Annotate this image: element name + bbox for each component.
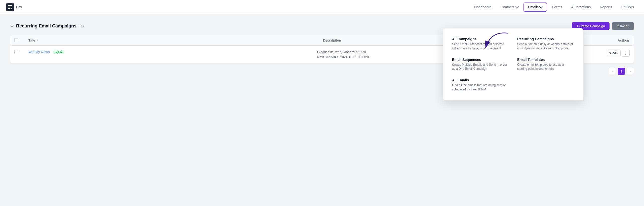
page-1-button[interactable]: 1 [618, 68, 625, 75]
prev-page-button[interactable]: ‹ [609, 68, 616, 75]
row-checkbox-cell [14, 50, 24, 54]
all-campaigns-desc: Send Email Broadcast to your selected su… [452, 42, 509, 51]
top-nav: Pro Dashboard Contacts Emails Forms Auto… [0, 0, 644, 14]
more-options-button[interactable]: ⋮ [622, 50, 630, 57]
dropdown-email-sequences[interactable]: Email Sequences Create Multiple Emails a… [448, 54, 513, 75]
all-emails-desc: Find all the emails that are being sent … [452, 83, 509, 92]
contacts-chevron-icon [515, 5, 519, 9]
th-actions: Actions [618, 38, 630, 42]
edit-button[interactable]: ✎ edit [606, 50, 621, 56]
nav-forms[interactable]: Forms [548, 3, 566, 11]
th-checkbox [14, 38, 24, 42]
email-templates-desc: Create email templates to use as a start… [517, 63, 574, 71]
row-actions-cell: ✎ edit ⋮ [606, 50, 630, 57]
section-title: Recurring Email Campaigns [16, 23, 76, 29]
section-count: (1) [79, 24, 84, 28]
dropdown-email-templates[interactable]: Email Templates Create email templates t… [513, 54, 578, 75]
all-emails-title: All Emails [452, 78, 509, 82]
import-button[interactable]: ⬆ Import [612, 22, 634, 30]
app-name: Pro [16, 5, 22, 9]
collapse-icon [10, 24, 14, 28]
app-logo[interactable] [6, 3, 14, 11]
email-sequences-title: Email Sequences [452, 58, 509, 62]
select-all-checkbox[interactable] [14, 38, 18, 42]
email-templates-title: Email Templates [517, 58, 574, 62]
nav-automations[interactable]: Automations [567, 3, 595, 11]
main-content: Recurring Email Campaigns (1) + Create C… [0, 14, 644, 83]
email-sequences-desc: Create Multiple Emails and Send in order… [452, 63, 509, 71]
campaign-name-cell: Weekly News active [28, 50, 313, 54]
recurring-campaigns-desc: Send automated daily or weekly emails of… [517, 42, 574, 51]
th-title: Title ⇅ [28, 38, 319, 42]
emails-dropdown-menu: All Campaigns Send Email Broadcast to yo… [443, 28, 584, 100]
nav-emails[interactable]: Emails [524, 3, 547, 12]
logo-area: Pro [6, 3, 22, 11]
title-sort-icon[interactable]: ⇅ [36, 39, 38, 42]
nav-links: Dashboard Contacts Emails Forms Automati… [470, 3, 638, 12]
dropdown-recurring-campaigns[interactable]: Recurring Campaigns Send automated daily… [513, 33, 578, 54]
all-campaigns-title: All Campaigns [452, 37, 509, 41]
dropdown-all-emails[interactable]: All Emails Find all the emails that are … [448, 75, 513, 95]
emails-chevron-icon [539, 5, 543, 9]
nav-reports[interactable]: Reports [596, 3, 616, 11]
next-page-button[interactable]: › [627, 68, 634, 75]
nav-settings[interactable]: Settings [617, 3, 638, 11]
nav-contacts[interactable]: Contacts [497, 3, 522, 11]
row-checkbox[interactable] [14, 50, 18, 54]
dropdown-all-campaigns[interactable]: All Campaigns Send Email Broadcast to yo… [448, 33, 513, 54]
nav-dashboard[interactable]: Dashboard [470, 3, 496, 11]
section-toggle[interactable]: Recurring Email Campaigns (1) [10, 23, 84, 29]
campaign-name-link[interactable]: Weekly News [28, 50, 50, 54]
status-badge: active [53, 50, 65, 54]
recurring-campaigns-title: Recurring Campaigns [517, 37, 574, 41]
